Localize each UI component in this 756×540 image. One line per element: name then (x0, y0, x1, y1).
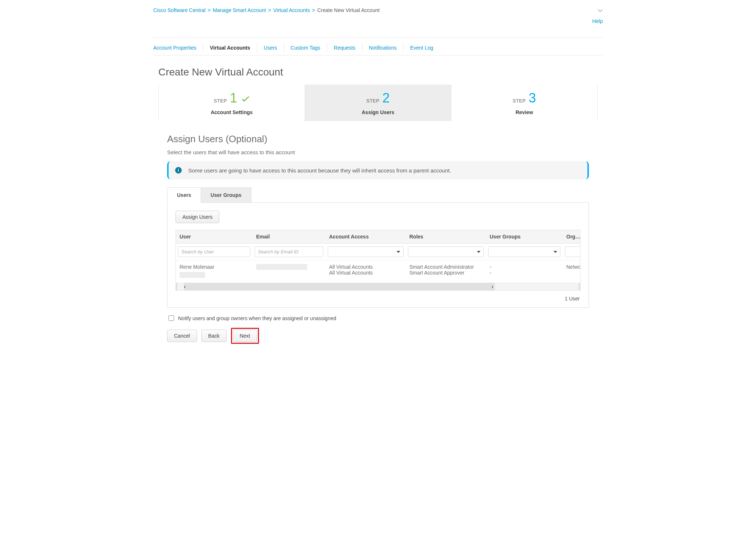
breadcrumb-link-1[interactable]: Manage Smart Account (213, 7, 266, 13)
users-panel: Assign Users User Email Account Access R… (167, 202, 589, 308)
cell-groups: - - (486, 260, 563, 283)
inner-tabs: Users User Groups (167, 187, 589, 203)
col-email[interactable]: Email (252, 230, 325, 243)
col-account-access[interactable]: Account Access (325, 230, 406, 243)
info-text: Some users are going to have access to t… (188, 167, 451, 174)
step-1: STEP 1 Account Settings (159, 85, 305, 121)
info-banner: i Some users are going to have access to… (167, 161, 589, 179)
cancel-button[interactable]: Cancel (167, 330, 197, 342)
step-number: 1 (230, 90, 237, 106)
section-title: Assign Users (Optional) (167, 133, 589, 145)
page-title: Create New Virtual Account (158, 66, 598, 78)
row-count: 1 User (176, 296, 580, 302)
table-row: Rene Molenaar All Virtual Accounts All V… (176, 260, 580, 283)
inner-tab-user-groups[interactable]: User Groups (201, 187, 251, 203)
cell-access: All Virtual Accounts All Virtual Account… (325, 260, 406, 283)
help-link[interactable]: Help (592, 18, 603, 24)
group-line: - (490, 264, 559, 270)
assign-users-button[interactable]: Assign Users (176, 211, 219, 223)
breadcrumb-link-0[interactable]: Cisco Software Central (153, 7, 205, 13)
col-organization[interactable]: Organi (563, 230, 580, 243)
col-user-groups[interactable]: User Groups (486, 230, 563, 243)
col-roles[interactable]: Roles (406, 230, 486, 243)
step-word: STEP (214, 98, 227, 104)
step-3: STEP 3 Review (451, 85, 597, 121)
step-word: STEP (366, 98, 379, 104)
filter-roles-select[interactable] (408, 246, 484, 257)
org-line: Networ (566, 264, 580, 270)
step-label: Account Settings (162, 109, 302, 115)
cell-user: Rene Molenaar (176, 260, 252, 283)
step-label: Review (454, 109, 594, 115)
redacted-text (256, 264, 307, 270)
access-line: All Virtual Accounts (329, 270, 402, 276)
main-tabs: Account Properties Virtual Accounts User… (153, 40, 603, 55)
cell-org: Networ (563, 260, 580, 283)
cell-email (252, 260, 325, 283)
tab-account-properties[interactable]: Account Properties (153, 43, 203, 52)
scroll-left-icon[interactable]: ‹ (184, 284, 186, 290)
step-number: 3 (529, 90, 536, 106)
info-icon: i (175, 167, 182, 174)
breadcrumb: Cisco Software Central > Manage Smart Ac… (153, 7, 379, 13)
breadcrumb-current: Create New Virtual Account (317, 7, 379, 13)
cell-roles: Smart Account Administrator Smart Accoun… (406, 260, 486, 283)
step-number: 2 (382, 90, 390, 106)
inner-tab-users[interactable]: Users (167, 187, 201, 203)
tab-requests[interactable]: Requests (327, 43, 362, 52)
filter-org-input[interactable] (565, 246, 580, 257)
role-line: Smart Account Approver (409, 270, 482, 276)
redacted-text (180, 272, 205, 278)
user-name: Rene Molenaar (180, 264, 249, 270)
group-line: - (490, 270, 559, 276)
notify-row: Notify users and group owners when they … (167, 314, 589, 322)
breadcrumb-sep: > (208, 7, 211, 13)
tab-virtual-accounts[interactable]: Virtual Accounts (203, 43, 257, 52)
tab-event-log[interactable]: Event Log (404, 43, 440, 52)
col-user[interactable]: User (176, 230, 252, 243)
stepper: STEP 1 Account Settings STEP 2 Assign Us… (158, 85, 598, 121)
filter-user-input[interactable] (178, 246, 250, 257)
horizontal-scrollbar[interactable]: ‹ › (176, 283, 580, 290)
tab-users[interactable]: Users (257, 43, 284, 52)
breadcrumb-sep: > (312, 7, 315, 13)
filter-groups-select[interactable] (488, 246, 560, 257)
users-table: User Email Account Access Roles User Gro… (176, 230, 580, 291)
filter-access-select[interactable] (328, 246, 404, 257)
section-subtitle: Select the users that will have access t… (167, 149, 589, 155)
check-icon (242, 95, 250, 105)
next-button-highlight: Next (231, 328, 259, 344)
back-button[interactable]: Back (201, 330, 227, 342)
breadcrumb-link-2[interactable]: Virtual Accounts (273, 7, 310, 13)
step-label: Assign Users (308, 109, 448, 115)
scroll-right-icon[interactable]: › (491, 284, 493, 290)
breadcrumb-sep: > (268, 7, 271, 13)
filter-email-input[interactable] (255, 246, 323, 257)
tab-notifications[interactable]: Notifications (362, 43, 404, 52)
tab-custom-tags[interactable]: Custom Tags (284, 43, 327, 52)
chevron-down-icon[interactable] (598, 7, 603, 13)
access-line: All Virtual Accounts (329, 264, 402, 270)
step-2: STEP 2 Assign Users (305, 85, 451, 121)
notify-checkbox[interactable] (169, 315, 174, 321)
step-word: STEP (513, 98, 526, 104)
role-line: Smart Account Administrator (409, 264, 482, 270)
notify-label: Notify users and group owners when they … (178, 315, 336, 321)
next-button[interactable]: Next (233, 330, 257, 342)
